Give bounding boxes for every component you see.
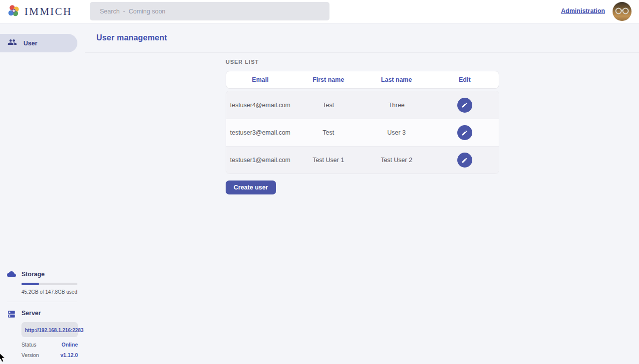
main-content: User management USER LIST Email First na… (85, 23, 639, 364)
top-bar: IMMICH Administration (0, 0, 639, 23)
server-url-badge: http://192.168.1.216:2283 (21, 322, 78, 337)
table-header-row: Email First name Last name Edit (226, 71, 499, 89)
column-header-email: Email (226, 76, 295, 83)
create-user-button[interactable]: Create user (226, 181, 276, 194)
app-logo[interactable]: IMMICH (7, 4, 72, 19)
administration-link[interactable]: Administration (561, 7, 605, 14)
search-input[interactable] (90, 2, 329, 20)
cell-last-name: Three (362, 102, 431, 109)
server-title: Server (21, 309, 78, 318)
cell-email: testuser3@email.com (226, 129, 295, 136)
column-header-last-name: Last name (362, 76, 431, 83)
column-header-edit: Edit (431, 76, 499, 83)
status-label: Status (21, 342, 36, 348)
storage-progress-fill (21, 283, 39, 285)
edit-user-button[interactable] (457, 98, 472, 113)
immich-flower-icon (7, 4, 20, 19)
table-body: testuser4@email.com Test Three testuser3… (226, 91, 499, 174)
sidebar-divider (7, 302, 77, 302)
table-row: testuser1@email.com Test User 1 Test Use… (226, 146, 499, 174)
table-row: testuser3@email.com Test User 3 (226, 119, 499, 146)
cell-first-name: Test User 1 (295, 157, 363, 164)
cloud-icon (7, 270, 16, 280)
cell-last-name: Test User 2 (362, 157, 431, 164)
cell-email: testuser4@email.com (226, 102, 295, 109)
people-icon (7, 37, 17, 49)
edit-user-button[interactable] (457, 125, 472, 140)
pencil-icon (461, 157, 468, 164)
user-avatar[interactable] (613, 2, 632, 21)
user-table: Email First name Last name Edit testuser… (226, 71, 499, 174)
server-version-row: Version v1.12.0 (21, 352, 78, 358)
server-status-row: Status Online (21, 342, 78, 348)
sidebar-item-user[interactable]: User (0, 34, 77, 52)
cell-first-name: Test (295, 102, 363, 109)
page-title: User management (96, 33, 167, 42)
server-url: http://192.168.1.216:2283 (25, 328, 83, 333)
server-section: Server http://192.168.1.216:2283 Status … (7, 309, 85, 358)
sidebar: User Storage 45.2GB of 147.8GB used (0, 23, 85, 364)
sidebar-item-label: User (23, 40, 37, 47)
column-header-first-name: First name (295, 76, 363, 83)
version-value: v1.12.0 (60, 352, 78, 358)
server-icon (7, 309, 16, 321)
cell-first-name: Test (295, 129, 363, 136)
edit-user-button[interactable] (457, 153, 472, 168)
status-value: Online (61, 342, 78, 348)
pencil-icon (461, 130, 468, 136)
version-label: Version (21, 352, 39, 358)
page-header: User management (85, 23, 639, 53)
cell-email: testuser1@email.com (226, 157, 295, 164)
table-row: testuser4@email.com Test Three (226, 91, 499, 119)
pencil-icon (461, 102, 468, 108)
app-title: IMMICH (24, 5, 72, 18)
cell-last-name: User 3 (362, 129, 431, 136)
storage-title: Storage (21, 270, 77, 279)
user-list-heading: USER LIST (226, 59, 639, 65)
storage-section: Storage 45.2GB of 147.8GB used (7, 270, 85, 295)
glasses-decoration (615, 7, 629, 14)
storage-usage-text: 45.2GB of 147.8GB used (21, 289, 77, 295)
storage-progress-bar (21, 283, 77, 285)
sidebar-status-panel: Storage 45.2GB of 147.8GB used Server ht… (0, 270, 85, 358)
